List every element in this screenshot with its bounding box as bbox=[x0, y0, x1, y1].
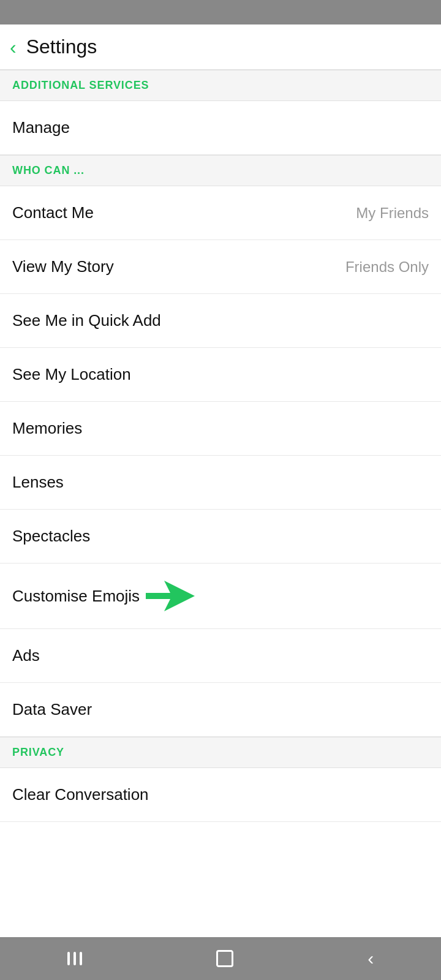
menu-label-lenses: Lenses bbox=[12, 473, 64, 492]
section-label-additional-services: ADDITIONAL SERVICES bbox=[12, 79, 149, 91]
menu-label-ads: Ads bbox=[12, 646, 40, 665]
menu-item-clear-conversation[interactable]: Clear Conversation bbox=[0, 768, 441, 822]
svg-marker-0 bbox=[146, 581, 195, 611]
section-header-privacy: PRIVACY bbox=[0, 737, 441, 768]
menu-item-spectacles[interactable]: Spectacles bbox=[0, 510, 441, 564]
menu-value-view-my-story: Friends Only bbox=[345, 258, 429, 276]
menu-item-manage[interactable]: Manage bbox=[0, 101, 441, 155]
bottom-nav: ‹ bbox=[0, 937, 441, 980]
menu-item-see-my-location[interactable]: See My Location bbox=[0, 348, 441, 402]
menu-label-memories: Memories bbox=[12, 419, 82, 438]
menu-label-contact-me: Contact Me bbox=[12, 203, 94, 222]
section-label-privacy: PRIVACY bbox=[12, 746, 64, 758]
menu-value-contact-me: My Friends bbox=[356, 205, 429, 222]
menu-item-customise-emojis[interactable]: Customise Emojis bbox=[0, 564, 441, 629]
menu-item-data-saver[interactable]: Data Saver bbox=[0, 683, 441, 737]
menu-label-view-my-story: View My Story bbox=[12, 257, 114, 276]
menu-item-ads[interactable]: Ads bbox=[0, 629, 441, 683]
nav-back-icon[interactable]: ‹ bbox=[368, 948, 374, 969]
green-arrow-icon bbox=[146, 581, 195, 611]
menu-label-see-me-quick-add: See Me in Quick Add bbox=[12, 311, 161, 330]
menu-item-view-my-story[interactable]: View My StoryFriends Only bbox=[0, 240, 441, 294]
menu-label-customise-emojis: Customise Emojis bbox=[12, 581, 195, 611]
page-title: Settings bbox=[26, 36, 97, 58]
menu-label-spectacles: Spectacles bbox=[12, 527, 90, 546]
status-bar bbox=[0, 0, 441, 24]
menu-label-text-customise-emojis: Customise Emojis bbox=[12, 587, 140, 606]
menu-item-lenses[interactable]: Lenses bbox=[0, 456, 441, 510]
section-header-who-can: WHO CAN ... bbox=[0, 155, 441, 186]
nav-home-icon[interactable] bbox=[216, 950, 233, 967]
menu-label-manage: Manage bbox=[12, 118, 70, 137]
header: ‹ Settings bbox=[0, 24, 441, 70]
menu-label-data-saver: Data Saver bbox=[12, 700, 92, 719]
section-header-additional-services: ADDITIONAL SERVICES bbox=[0, 70, 441, 101]
settings-content: ADDITIONAL SERVICESManageWHO CAN ...Cont… bbox=[0, 70, 441, 822]
menu-item-memories[interactable]: Memories bbox=[0, 402, 441, 456]
back-button[interactable]: ‹ bbox=[10, 37, 17, 57]
menu-item-contact-me[interactable]: Contact MeMy Friends bbox=[0, 186, 441, 240]
menu-label-see-my-location: See My Location bbox=[12, 365, 131, 384]
section-label-who-can: WHO CAN ... bbox=[12, 164, 85, 176]
arrow-annotation-container: Customise Emojis bbox=[12, 581, 195, 611]
nav-recent-apps-icon[interactable] bbox=[67, 952, 82, 965]
menu-label-clear-conversation: Clear Conversation bbox=[12, 785, 149, 804]
menu-item-see-me-quick-add[interactable]: See Me in Quick Add bbox=[0, 294, 441, 348]
